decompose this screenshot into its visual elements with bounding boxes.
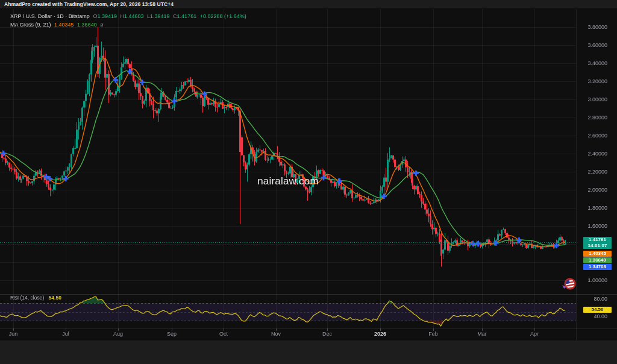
price-tick-label: 2.60000 <box>571 133 607 139</box>
last-price-tag: 1.41761 14:01:07 <box>583 237 612 249</box>
time-tick-label: Oct <box>205 331 242 337</box>
time-tick-label: Jul <box>48 331 84 337</box>
price-tick-label: 3.80000 <box>571 24 607 30</box>
ma-slow-value: 1.36640 <box>77 22 97 28</box>
legend-more-icon[interactable]: ø <box>100 22 104 28</box>
attribution-text: AhmadPro created with TradingView.com, A… <box>4 1 174 7</box>
price-tick-label: 2.80000 <box>571 115 607 121</box>
time-tick-label: Apr <box>516 331 553 337</box>
ma-cross-title[interactable]: MA Cross (9, 21) <box>10 22 51 28</box>
rsi-tick-label: 40.00 <box>571 313 607 319</box>
price-tick-label: 3.60000 <box>571 42 607 48</box>
time-tick-label: Mar <box>464 331 500 337</box>
symbol-legend-row: XRP / U.S. Dollar · 1D · Bitstamp O1.394… <box>10 13 248 19</box>
attribution-bar: AhmadPro created with TradingView.com, A… <box>0 0 617 9</box>
price-tick-label: 3.00000 <box>571 96 607 102</box>
bar-countdown: 14:01:07 <box>583 243 612 249</box>
time-tick-label: Dec <box>309 331 345 337</box>
price-tick-label: 1.60000 <box>571 223 607 229</box>
time-tick-label: Sep <box>154 331 190 337</box>
flag-cursor-icon <box>561 277 577 291</box>
change-value: +0.02288 (+1.64%) <box>200 13 246 19</box>
time-tick-label: Aug <box>100 331 136 337</box>
last-price-value: 1.41761 <box>583 237 612 243</box>
high-label: H <box>120 13 124 19</box>
rsi-value: 54.50 <box>49 295 61 301</box>
price-tick-label: 3.40000 <box>571 60 607 66</box>
price-tick-label: 2.40000 <box>571 151 607 157</box>
ma-fast-value: 1.40345 <box>54 22 74 28</box>
price-tick-label: 2.20000 <box>571 169 607 175</box>
rsi-legend-row: RSI (14, close) 54.50 <box>10 295 61 301</box>
rsi-title[interactable]: RSI (14, close) <box>10 295 44 301</box>
price-tick-label: 1.00000 <box>571 277 607 283</box>
site-watermark: nairalaw.com <box>0 175 576 187</box>
time-tick-label: Nov <box>258 331 294 337</box>
close-label: C <box>173 13 177 19</box>
time-tick-label: Jun <box>0 331 31 337</box>
symbol-title[interactable]: XRP / U.S. Dollar · 1D · Bitstamp <box>10 13 90 19</box>
time-tick-label: 2026 <box>362 331 398 337</box>
price-tick-label: 1.80000 <box>571 205 607 211</box>
tradingview-chart-window: AhmadPro created with TradingView.com, A… <box>0 0 617 364</box>
price-tick-label: 2.00000 <box>571 187 607 193</box>
open-value: 1.39419 <box>97 13 117 19</box>
low-value: 1.39419 <box>150 13 170 19</box>
footer-bar: TradingView <box>0 340 617 364</box>
ma-fast-price-tag: 1.40345 <box>583 251 612 257</box>
rsi-value-tag: 54.50 <box>583 307 612 313</box>
time-tick-label: Feb <box>415 331 451 337</box>
price-tick-label: 3.20000 <box>571 78 607 84</box>
ma-cross-legend-row: MA Cross (9, 21) 1.40345 1.36640 ø <box>10 22 105 28</box>
close-value: 1.41761 <box>177 13 197 19</box>
rsi-tick-label: 80.00 <box>571 296 607 302</box>
ma-slow-price-tag: 1.36640 <box>583 257 612 263</box>
high-value: 1.44603 <box>124 13 144 19</box>
extra-price-tag: 1.34708 <box>583 264 612 270</box>
